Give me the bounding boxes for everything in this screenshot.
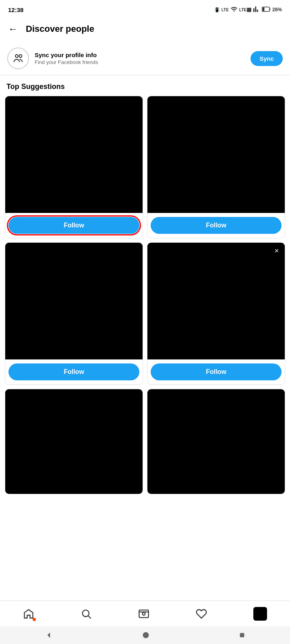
sync-banner: Sync your profile info Find your Faceboo… — [0, 42, 290, 75]
people-icon — [12, 53, 24, 64]
card-image-4 — [147, 243, 285, 359]
nav-activity[interactable] — [190, 605, 213, 623]
svg-marker-10 — [47, 632, 50, 638]
status-icons: 📳 LTE LTE⬛ 26% — [214, 6, 282, 14]
svg-point-5 — [83, 610, 89, 616]
page-title: Discover people — [26, 24, 94, 34]
vibrate-icon: 📳 — [214, 7, 220, 12]
card-image-1 — [5, 96, 143, 213]
svg-point-3 — [15, 55, 18, 58]
bottom-nav — [0, 601, 290, 626]
follow-button-2[interactable]: Follow — [151, 217, 282, 234]
sync-subtitle: Find your Facebook friends — [35, 59, 245, 65]
battery-icon — [262, 6, 271, 13]
nav-reels[interactable] — [133, 605, 155, 623]
home-notification-dot — [33, 618, 36, 621]
signal-icon — [253, 6, 260, 14]
svg-line-6 — [88, 616, 91, 618]
sync-title: Sync your profile info — [35, 52, 245, 58]
home-circle-icon — [142, 631, 150, 639]
sync-button[interactable]: Sync — [251, 51, 283, 66]
card-image-3 — [5, 243, 143, 359]
dismiss-button-4[interactable]: ✕ — [272, 246, 282, 256]
search-icon — [81, 608, 92, 619]
back-triangle-icon — [45, 631, 53, 639]
home-icon — [23, 608, 34, 619]
lte2-icon: LTE⬛ — [239, 8, 251, 12]
back-button[interactable]: ← — [6, 22, 19, 36]
suggestion-card-6 — [147, 389, 285, 494]
android-recent-button[interactable] — [239, 632, 245, 638]
battery-pct: 26% — [272, 7, 282, 12]
follow-button-4[interactable]: Follow — [151, 363, 282, 380]
android-nav-bar — [0, 626, 290, 644]
recent-square-icon — [239, 632, 245, 638]
android-home-button[interactable] — [142, 631, 150, 639]
suggestion-card-1: Follow — [5, 96, 143, 238]
sync-text: Sync your profile info Find your Faceboo… — [35, 52, 245, 65]
svg-rect-7 — [139, 610, 148, 617]
wifi-icon — [230, 6, 238, 14]
follow-button-3[interactable]: Follow — [8, 363, 139, 380]
suggestion-card-4: ✕ Follow — [147, 242, 285, 385]
suggestion-card-2: Follow — [147, 96, 285, 238]
profile-avatar — [253, 607, 267, 621]
card-image-5 — [5, 389, 143, 494]
svg-rect-12 — [240, 633, 244, 638]
nav-search[interactable] — [75, 605, 97, 623]
svg-rect-1 — [269, 8, 270, 10]
card-image-2 — [147, 96, 285, 213]
svg-point-4 — [19, 55, 22, 58]
suggestion-card-3: Follow — [5, 242, 143, 385]
suggestion-card-5 — [5, 389, 143, 494]
suggestions-grid: Follow Follow Follow ✕ Follow — [0, 96, 290, 499]
svg-rect-2 — [263, 7, 265, 11]
follow-button-1[interactable]: Follow — [8, 217, 139, 234]
section-title: Top Suggestions — [0, 75, 290, 96]
nav-profile[interactable] — [248, 604, 273, 624]
svg-point-8 — [142, 612, 145, 615]
sync-icon-circle — [7, 47, 29, 69]
svg-point-11 — [143, 632, 149, 638]
android-back-button[interactable] — [45, 631, 53, 639]
nav-home[interactable] — [17, 605, 40, 623]
status-time: 12:38 — [8, 6, 23, 13]
lte-icon: LTE — [222, 8, 229, 12]
status-bar: 12:38 📳 LTE LTE⬛ 26% — [0, 0, 290, 18]
card-image-6 — [147, 389, 285, 494]
reels-icon — [138, 608, 149, 619]
page-header: ← Discover people — [0, 18, 290, 42]
heart-icon — [196, 608, 207, 619]
